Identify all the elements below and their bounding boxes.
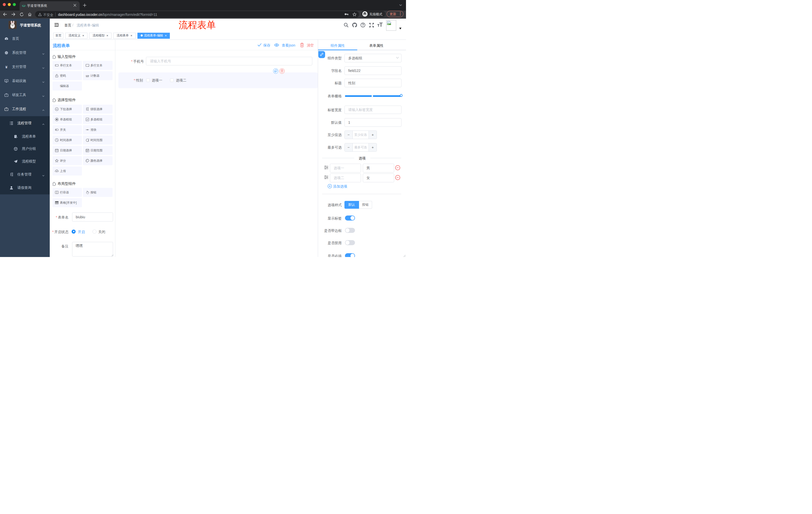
svg-text:123: 123 [86,75,89,77]
